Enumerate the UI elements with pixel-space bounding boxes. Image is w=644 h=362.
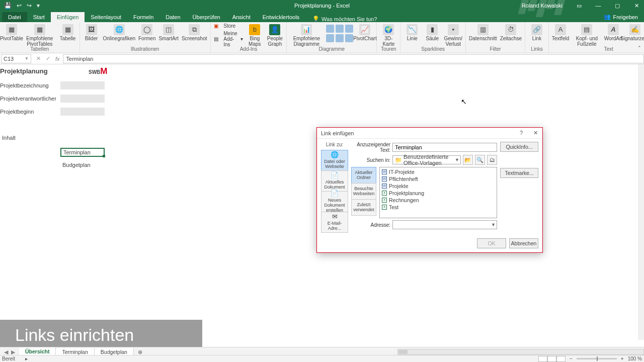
store-button[interactable]: ▣ Store	[214, 23, 244, 29]
undo-icon[interactable]: ↩	[17, 2, 22, 9]
cancel-formula-icon[interactable]: ✕	[36, 55, 41, 62]
zoom-in-icon[interactable]: +	[621, 356, 624, 361]
caption-banner: Links einrichten	[0, 320, 202, 350]
enter-formula-icon[interactable]: ✓	[46, 55, 50, 62]
wordart-button[interactable]: AWordArt	[605, 23, 622, 41]
tab-seitenlayout[interactable]: Seitenlayout	[85, 12, 127, 22]
linkto-current-doc[interactable]: 📄Aktuelles Dokument	[321, 170, 348, 192]
textbox-button[interactable]: ATextfeld	[552, 23, 569, 41]
bing-maps-button[interactable]: bBing Maps	[246, 23, 263, 47]
redo-icon[interactable]: ↪	[27, 2, 32, 9]
ribbon-options-icon[interactable]: ▭	[572, 0, 587, 11]
browse-recent[interactable]: Zuletzt verwendet	[351, 199, 376, 216]
browse-visited-pages[interactable]: Besuchte Webseiten	[351, 183, 376, 200]
tab-ansicht[interactable]: Ansicht	[226, 12, 257, 22]
slicer-button[interactable]: ▥Datenschnitt	[469, 23, 497, 41]
save-icon[interactable]: 💾	[4, 2, 12, 9]
file-item[interactable]: WProjekte	[382, 183, 495, 190]
header-footer-button[interactable]: ▤Kopf- und Fußzeile	[572, 23, 602, 47]
pivottable-button[interactable]: ▦PivotTable	[3, 23, 20, 41]
file-item[interactable]: XProjektplanung	[382, 190, 495, 197]
signature-button[interactable]: ✍Signaturzeile	[625, 23, 644, 41]
view-buttons[interactable]	[538, 356, 566, 362]
browse-web-button[interactable]: 🔍	[475, 155, 485, 165]
file-list[interactable]: WIT-Projekte WPflichtenheft WProjekte XP…	[379, 167, 497, 218]
file-item[interactable]: WPflichtenheft	[382, 175, 495, 183]
fx-icon[interactable]: fx	[55, 56, 63, 62]
close-icon[interactable]: ✕	[629, 0, 644, 11]
zoom-slider[interactable]	[577, 358, 617, 359]
input-projektverantwortlicher[interactable]	[60, 95, 105, 103]
file-item[interactable]: XTest	[382, 204, 495, 211]
link-button[interactable]: 🔗Link	[528, 23, 545, 41]
online-pictures-button[interactable]: 🌐Onlinegrafiken	[103, 23, 135, 41]
tell-me[interactable]: 💡Was möchten Sie tun?	[312, 16, 377, 22]
file-item[interactable]: WIT-Projekte	[382, 168, 495, 175]
tab-start[interactable]: Start	[27, 12, 51, 22]
tab-einfuegen[interactable]: Einfügen	[51, 12, 85, 22]
pivotchart-button[interactable]: 📈PivotChart	[356, 23, 373, 41]
timeline-button[interactable]: ⏱Zeitachse	[500, 23, 522, 41]
maximize-icon[interactable]: ▢	[610, 0, 625, 11]
up-folder-button[interactable]: 📂	[463, 155, 473, 165]
3d-map-button[interactable]: 🌍3D- Karte	[380, 23, 397, 47]
word-icon: W	[382, 169, 387, 174]
share-button[interactable]: 👥Freigeben	[598, 12, 644, 22]
minimize-icon[interactable]: —	[591, 0, 606, 11]
tab-daten[interactable]: Daten	[159, 12, 186, 22]
browse-file-button[interactable]: 🗂	[487, 155, 497, 165]
sparkline-line-button[interactable]: 📉Linie	[404, 23, 421, 41]
recommended-pivot-button[interactable]: ▦Empfohlene PivotTables	[23, 23, 56, 47]
ok-button[interactable]: OK	[477, 238, 506, 248]
tab-prev-icon[interactable]: ◀	[4, 349, 8, 355]
input-projektbeginn[interactable]	[60, 108, 105, 116]
screenshot-button[interactable]: ⧉Screenshot	[182, 23, 207, 41]
formula-input[interactable]: Terminplan	[63, 54, 644, 63]
name-box[interactable]: C13▼	[1, 54, 31, 63]
cancel-button[interactable]: Abbrechen	[509, 238, 538, 248]
horizontal-scrollbar[interactable]	[397, 349, 644, 355]
input-projektbezeichnung[interactable]	[60, 81, 105, 89]
shapes-button[interactable]: ◯Formen	[138, 23, 155, 41]
dialog-help-icon[interactable]: ?	[514, 130, 528, 136]
sparkline-winloss-button[interactable]: ▪Gewinn/ Verlust	[444, 23, 462, 47]
browse-current-folder[interactable]: Aktueller Ordner	[351, 167, 376, 184]
table-button[interactable]: ▦Tabelle	[59, 23, 76, 41]
sparkline-column-button[interactable]: ▮Säule	[424, 23, 441, 41]
recommended-charts-button[interactable]: 📊Empfohlene Diagramme	[290, 23, 323, 47]
collapse-ribbon-icon[interactable]: ˄	[638, 45, 641, 52]
tab-next-icon[interactable]: ▶	[11, 349, 15, 355]
group-illustrationen: Illustrationen	[83, 46, 207, 52]
textmarke-button[interactable]: Textmarke...	[500, 168, 538, 178]
quickinfo-button[interactable]: QuickInfo...	[500, 142, 538, 152]
selected-cell[interactable]: Terminplan	[60, 148, 105, 157]
linkto-new-doc[interactable]: 📄Neues Dokument erstellen	[321, 191, 348, 212]
dialog-close-icon[interactable]: ✕	[528, 130, 542, 136]
zoom-out-icon[interactable]: −	[570, 356, 573, 361]
excel-icon: X	[382, 191, 387, 196]
people-graph-button[interactable]: 👤People Graph	[266, 23, 283, 47]
group-links: Links	[528, 46, 545, 52]
tab-entwickler[interactable]: Entwicklertools	[257, 12, 305, 22]
word-icon: W	[382, 176, 387, 182]
display-text-input[interactable]	[392, 143, 497, 152]
address-input[interactable]: ▼	[392, 220, 497, 229]
my-addins-button[interactable]: ▤ Meine Add-Ins ▾	[214, 31, 244, 47]
qat-more-icon[interactable]: ▾	[37, 2, 40, 9]
file-item[interactable]: XRechnungen	[382, 197, 495, 204]
new-doc-icon: 📄	[331, 190, 339, 197]
smartart-button[interactable]: ◫SmartArt	[158, 23, 178, 41]
chart-gallery[interactable]	[326, 23, 353, 42]
macro-record-icon[interactable]: ▸	[25, 356, 28, 361]
field-projektbeginn: Projektbeginn	[0, 108, 105, 116]
linkto-email[interactable]: ✉E-Mail-Adre...	[321, 212, 348, 233]
cell-budgetplan[interactable]: Budgetplan	[60, 162, 91, 168]
search-in-combo[interactable]: 📁 Benutzerdefinierte Office-Vorlagen▼	[392, 155, 461, 164]
tab-ueberpruefen[interactable]: Überprüfen	[187, 12, 226, 22]
add-sheet-button[interactable]: ⊕	[134, 349, 146, 355]
pictures-button[interactable]: 🖼Bilder	[83, 23, 100, 41]
tab-file[interactable]: Datei	[2, 12, 27, 22]
tab-formeln[interactable]: Formeln	[127, 12, 159, 22]
zoom-level[interactable]: 100 %	[628, 356, 642, 361]
linkto-file-web[interactable]: 🌐Datei oder Webseite	[321, 150, 348, 171]
